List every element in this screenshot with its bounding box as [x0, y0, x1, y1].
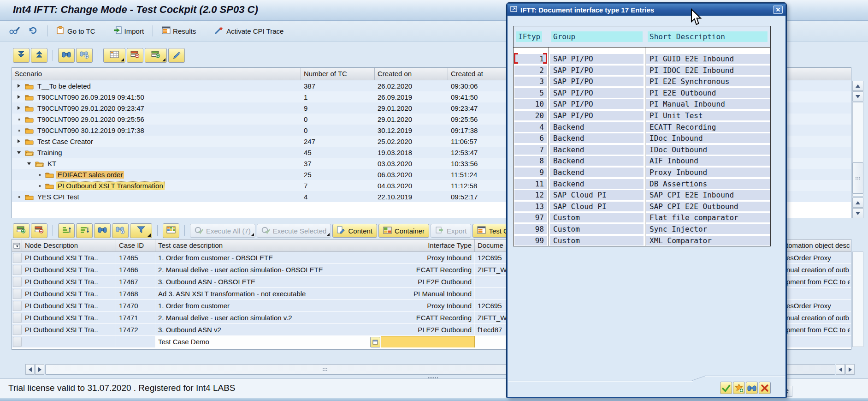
find-button[interactable] — [94, 223, 111, 238]
row-select-cell[interactable] — [12, 300, 22, 311]
execute-all-button[interactable]: Execute All (7) — [190, 224, 255, 238]
interface-type-row[interactable]: 99CustomXML Comparator — [514, 235, 770, 246]
case-cell-description: 3. Outbound ASN - OBSOLETE — [155, 276, 381, 287]
interface-type-input[interactable] — [381, 336, 475, 347]
interface-type-row[interactable]: 10SAP PI/POPI Manual Inbound — [514, 98, 770, 110]
interface-type-row[interactable]: 11BackendDB Assertions — [514, 178, 770, 190]
row-select-cell[interactable] — [12, 324, 22, 335]
column-header-scenario[interactable]: Scenario — [12, 68, 301, 80]
scroll-thumb[interactable] — [852, 162, 863, 194]
refresh-button[interactable] — [25, 24, 41, 38]
case-cell-description[interactable]: Test Case Demo — [155, 336, 381, 347]
find-next-button[interactable] — [76, 48, 93, 63]
edit-button[interactable] — [168, 48, 185, 63]
row-select-button[interactable] — [13, 337, 22, 347]
filter-button[interactable] — [130, 223, 152, 238]
confirm-button[interactable] — [720, 382, 732, 394]
row-select-button[interactable] — [13, 301, 22, 311]
find-next-button[interactable] — [112, 223, 129, 238]
row-select-cell[interactable] — [12, 312, 22, 323]
row-select-button[interactable] — [13, 313, 22, 323]
dialog-icon — [510, 6, 517, 14]
scroll-down-button[interactable] — [852, 208, 863, 218]
expand-node-icon[interactable] — [17, 94, 22, 100]
interface-type-row[interactable]: 98CustomSync Injector — [514, 223, 770, 235]
column-header-iftyp[interactable]: IFtyp — [514, 31, 549, 42]
expand-node-icon[interactable] — [17, 105, 22, 111]
find-button[interactable] — [746, 382, 758, 394]
column-header-created-on[interactable]: Created on — [375, 68, 448, 80]
row-select-button[interactable] — [13, 289, 22, 299]
interface-type-row[interactable]: 13SAP Cloud PISAP CPI E2E Outbound — [514, 201, 770, 212]
export-button[interactable]: Export — [431, 224, 471, 238]
scroll-up-button[interactable] — [852, 81, 863, 91]
interface-type-row[interactable]: 8BackendAIF Inbound — [514, 155, 770, 167]
interface-type-row[interactable]: 7BackendIDoc Outbound — [514, 144, 770, 156]
column-header-node-description[interactable]: Node Description — [22, 239, 116, 251]
row-select-cell[interactable] — [12, 336, 22, 347]
iftyp-cell: 13 — [514, 202, 547, 211]
interface-type-row[interactable]: 12SAP Cloud PISAP CPI E2E Inbound — [514, 189, 770, 201]
scroll-right-button[interactable] — [845, 364, 855, 375]
scroll-right-button[interactable] — [35, 364, 44, 375]
collapse-node-icon[interactable] — [27, 161, 32, 166]
interface-type-row[interactable]: 9BackendProxy Inbound — [514, 167, 770, 178]
column-header-automation[interactable]: tomation object descr — [784, 239, 850, 251]
sort-descending-button[interactable] — [76, 223, 93, 238]
value-help-button[interactable] — [370, 337, 380, 347]
container-button[interactable]: Container — [378, 224, 429, 238]
row-select-cell[interactable] — [12, 264, 22, 275]
interface-type-row[interactable]: 97CustomFlat file comparator — [514, 212, 770, 223]
testcase-vertical-scrollbar[interactable] — [852, 251, 863, 347]
interface-type-row[interactable]: 20SAP PI/POPI Unit Test — [514, 110, 770, 121]
scroll-left-button[interactable] — [836, 364, 845, 375]
column-header-test-case-description[interactable]: Test case description — [155, 239, 381, 251]
expand-all-button[interactable] — [13, 48, 30, 63]
interface-type-row[interactable]: 6BackendIDoc Inbound — [514, 132, 770, 144]
column-header-group[interactable]: Group — [549, 31, 645, 42]
collapse-node-icon[interactable] — [17, 150, 22, 155]
scroll-up-button[interactable] — [852, 198, 863, 208]
scroll-down-button[interactable] — [852, 91, 863, 102]
delete-row-button[interactable] — [127, 48, 143, 63]
cancel-button[interactable] — [759, 382, 771, 394]
dialog-close-button[interactable] — [773, 6, 783, 14]
row-select-cell[interactable] — [12, 288, 22, 299]
column-header-case-id[interactable]: Case ID — [116, 239, 155, 251]
insert-row-button[interactable] — [145, 48, 167, 63]
row-select-button[interactable] — [13, 325, 22, 335]
column-header-short-description[interactable]: Short Description — [645, 31, 770, 42]
interface-type-row[interactable]: 4BackendECATT Recording — [514, 121, 770, 133]
new-entry-button[interactable] — [733, 382, 745, 394]
import-button[interactable]: Import — [110, 24, 148, 37]
row-select-button[interactable] — [13, 253, 22, 263]
interface-type-row[interactable]: 2SAP PI/POPI IDOC E2E Inbound — [514, 65, 770, 76]
interface-type-row[interactable]: 3SAP PI/POPI E2E Synchronous — [514, 76, 770, 87]
expand-node-icon[interactable] — [17, 83, 22, 89]
goto-tc-button[interactable]: Go to TC — [53, 24, 99, 37]
expand-node-icon[interactable] — [17, 138, 22, 144]
results-button[interactable]: Results — [159, 25, 199, 37]
find-button[interactable] — [58, 48, 75, 63]
row-select-button[interactable] — [13, 265, 22, 275]
interface-type-row[interactable]: 5SAP PI/POPI E2E Outbound — [514, 87, 770, 99]
collapse-all-button[interactable] — [31, 48, 47, 63]
scroll-left-button[interactable] — [25, 364, 35, 375]
dialog-titlebar[interactable]: IFTT: Document interface type 17 Entries — [508, 4, 785, 16]
select-all-header[interactable] — [12, 239, 22, 251]
row-select-cell[interactable] — [12, 276, 22, 287]
activate-cpi-trace-button[interactable]: Activate CPI Trace — [211, 24, 287, 38]
delete-row-button[interactable] — [31, 223, 47, 238]
table-settings-button[interactable] — [163, 223, 179, 238]
sort-ascending-button[interactable] — [58, 223, 75, 238]
row-select-button[interactable] — [13, 277, 22, 287]
interface-type-row[interactable]: 1SAP PI/POPI GUID E2E Inbound — [514, 53, 770, 65]
row-select-cell[interactable] — [12, 252, 22, 263]
insert-row-button[interactable] — [13, 223, 30, 238]
display-change-button[interactable] — [6, 24, 23, 37]
column-header-number-of-tc[interactable]: Number of TC — [301, 68, 375, 80]
execute-selected-button[interactable]: Execute Selected — [257, 224, 331, 238]
content-button[interactable]: Content — [332, 224, 377, 238]
column-settings-button[interactable] — [103, 48, 125, 63]
column-header-interface-type[interactable]: Interface Type — [381, 239, 475, 251]
